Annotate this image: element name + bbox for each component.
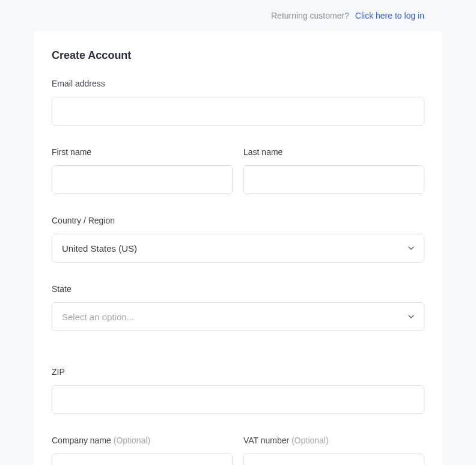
company-field[interactable] [52, 454, 233, 465]
email-field[interactable] [52, 97, 424, 126]
vat-group: VAT number (Optional) [243, 436, 424, 465]
zip-field[interactable] [52, 385, 424, 414]
country-group: Country / Region United States (US) [52, 216, 424, 263]
company-label: Company name (Optional) [52, 436, 233, 445]
returning-customer-bar: Returning customer? Click here to log in [0, 0, 476, 20]
last-name-group: Last name [243, 147, 424, 194]
zip-group: ZIP [52, 367, 424, 414]
last-name-label: Last name [243, 147, 424, 157]
email-label: Email address [52, 79, 424, 88]
company-group: Company name (Optional) [52, 436, 233, 465]
vat-label: VAT number (Optional) [243, 436, 424, 445]
first-name-group: First name [52, 147, 233, 194]
vat-label-text: VAT number [243, 436, 289, 445]
vat-field[interactable] [243, 454, 424, 465]
page-title: Create Account [52, 49, 424, 62]
company-optional-hint: (Optional) [114, 436, 150, 445]
login-link[interactable]: Click here to log in [355, 11, 424, 20]
zip-label: ZIP [52, 367, 424, 377]
create-account-card: Create Account Email address First name … [34, 31, 442, 465]
email-group: Email address [52, 79, 424, 126]
state-label: State [52, 284, 424, 294]
first-name-field[interactable] [52, 165, 233, 194]
country-select[interactable]: United States (US) [52, 234, 424, 263]
company-label-text: Company name [52, 436, 111, 445]
returning-customer-prompt: Returning customer? [271, 11, 349, 20]
state-group: State Select an option... [52, 284, 424, 331]
vat-optional-hint: (Optional) [291, 436, 328, 445]
state-select[interactable]: Select an option... [52, 302, 424, 331]
country-label: Country / Region [52, 216, 424, 225]
last-name-field[interactable] [243, 165, 424, 194]
first-name-label: First name [52, 147, 233, 157]
